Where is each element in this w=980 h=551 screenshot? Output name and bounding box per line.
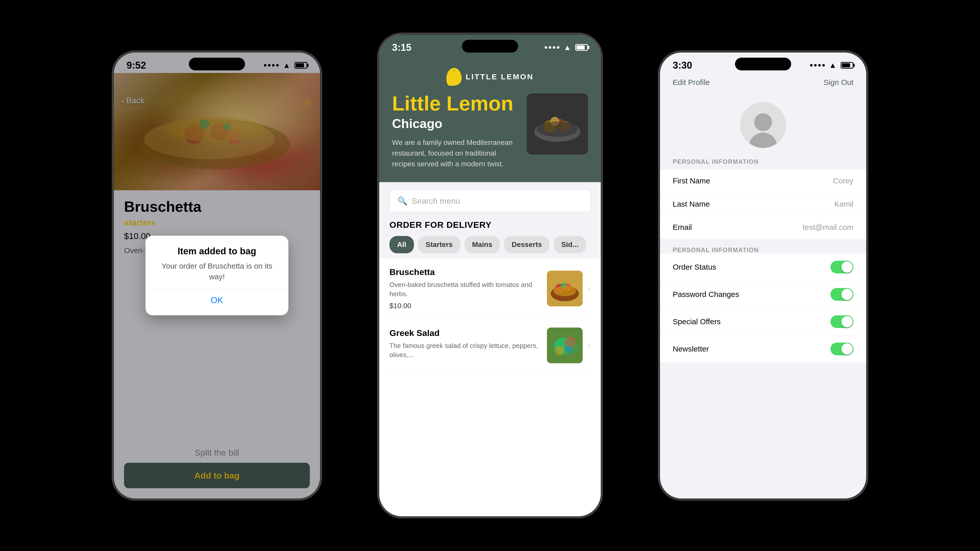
right-status-icons: ▲ <box>810 61 853 70</box>
greek-salad-thumbnail <box>547 327 583 363</box>
right-phone: 3:30 ▲ Edit Profile <box>659 51 868 500</box>
search-box[interactable]: 🔍 Search menu <box>390 190 590 212</box>
menu-item-bruschetta[interactable]: Bruschetta Oven-baked bruschetta stuffed… <box>390 259 590 319</box>
password-changes-row: Password Changes <box>660 281 866 308</box>
hero-image-inner <box>527 94 588 155</box>
logo-area: LITTLE LEMON <box>392 68 588 86</box>
last-name-label: Last Name <box>673 200 710 208</box>
special-offers-toggle[interactable] <box>830 315 853 328</box>
center-battery <box>575 44 588 51</box>
edit-profile-button[interactable]: Edit Profile <box>673 78 710 87</box>
first-name-label: First Name <box>673 176 710 185</box>
bruschetta-price: $10.00 <box>390 302 542 310</box>
c-dot4 <box>557 46 559 49</box>
filter-tab-all[interactable]: All <box>390 236 414 253</box>
dialog-overlay: Item added to bag Your order of Bruschet… <box>114 52 320 499</box>
password-changes-toggle[interactable] <box>830 288 853 301</box>
greek-salad-name: Greek Salad <box>390 328 542 338</box>
avatar-area <box>660 94 866 158</box>
first-name-value: Corey <box>833 176 853 185</box>
newsletter-row: Newsletter <box>660 335 866 363</box>
svg-point-16 <box>537 121 578 137</box>
newsletter-toggle[interactable] <box>830 343 853 355</box>
avatar <box>740 102 786 148</box>
r-dot3 <box>818 64 821 67</box>
newsletter-toggle-knob <box>842 343 853 354</box>
hero-food-illustration <box>527 94 588 155</box>
center-signal-dots <box>545 46 559 49</box>
order-status-toggle-knob <box>842 262 853 273</box>
c-dot1 <box>545 46 547 49</box>
r-dot2 <box>814 64 817 67</box>
center-status-bar: 3:15 ▲ <box>379 35 601 55</box>
r-dot4 <box>822 64 825 67</box>
greek-salad-info: Greek Salad The famous greek salad of cr… <box>390 328 542 363</box>
order-status-toggle[interactable] <box>830 261 853 273</box>
hero-text-area: Little Lemon Chicago We are a family own… <box>392 94 519 169</box>
right-battery <box>841 62 853 68</box>
center-phone-screen: 3:15 ▲ <box>379 35 601 516</box>
order-status-label: Order Status <box>673 263 716 272</box>
dialog-title: Item added to bag <box>158 246 275 257</box>
avatar-inner <box>749 102 777 148</box>
newsletter-label: Newsletter <box>673 345 709 353</box>
right-signal-dots <box>810 64 825 67</box>
greek-salad-desc: The famous greek salad of crispy lettuce… <box>390 341 542 360</box>
avatar-head <box>754 113 772 131</box>
dialog-box: Item added to bag Your order of Bruschet… <box>145 236 288 315</box>
last-name-row: Last Name Kamil <box>660 192 866 216</box>
bruschetta-desc: Oven-baked bruschetta stuffed with tomat… <box>390 280 542 299</box>
dialog-ok-button[interactable]: OK <box>158 295 275 305</box>
restaurant-city: Chicago <box>392 116 519 131</box>
sign-out-button[interactable]: Sign Out <box>824 78 853 87</box>
phones-container: 9:52 ▲ <box>82 21 898 530</box>
password-changes-toggle-knob <box>842 289 853 300</box>
center-status-time: 3:15 <box>392 42 411 53</box>
filter-tab-mains[interactable]: Mains <box>465 236 500 253</box>
center-status-icons: ▲ <box>545 43 588 52</box>
bruschetta-image <box>547 271 583 306</box>
center-wifi-icon: ▲ <box>563 43 571 52</box>
filter-tab-desserts[interactable]: Desserts <box>504 236 549 253</box>
logo-text: LITTLE LEMON <box>466 73 534 81</box>
right-status-time: 3:30 <box>673 60 692 71</box>
hero-food-image <box>527 94 588 155</box>
menu-list: Bruschetta Oven-baked bruschetta stuffed… <box>379 259 601 372</box>
center-dynamic-island <box>462 40 518 52</box>
right-battery-fill <box>842 63 850 67</box>
order-section-title: ORDER FOR DELIVERY <box>390 220 590 230</box>
personal-info-card: First Name Corey Last Name Kamil Email t… <box>660 169 866 239</box>
filter-tab-starters[interactable]: Starters <box>418 236 460 253</box>
notifications-label: PERSONAL INFORMATION <box>660 246 866 254</box>
restaurant-description: We are a family owned Mediterranean rest… <box>392 137 519 169</box>
restaurant-name: Little Lemon <box>392 94 519 114</box>
bruschetta-chevron-icon: › <box>588 284 590 293</box>
bruschetta-info: Bruschetta Oven-baked bruschetta stuffed… <box>390 267 542 310</box>
right-dynamic-island <box>735 58 791 70</box>
left-phone: 9:52 ▲ <box>112 51 321 500</box>
hero-content: Little Lemon Chicago We are a family own… <box>392 94 588 169</box>
hero-section: LITTLE LEMON Little Lemon Chicago We are… <box>379 55 601 182</box>
svg-point-28 <box>552 338 578 356</box>
search-placeholder: Search menu <box>412 197 460 206</box>
bruschetta-thumbnail <box>547 271 583 306</box>
special-offers-toggle-knob <box>842 316 853 327</box>
center-battery-fill <box>576 45 585 49</box>
order-status-row: Order Status <box>660 254 866 281</box>
c-dot2 <box>549 46 551 49</box>
order-section: ORDER FOR DELIVERY All Starters Mains De… <box>379 220 601 259</box>
email-row: Email test@mail.com <box>660 216 866 239</box>
lemon-svg <box>448 69 460 84</box>
lemon-icon <box>446 68 462 86</box>
filter-tab-sides[interactable]: Sid... <box>554 236 586 253</box>
greek-salad-image <box>547 327 583 363</box>
greek-salad-chevron-icon: › <box>588 341 590 350</box>
c-dot3 <box>553 46 555 49</box>
filter-tabs: All Starters Mains Desserts Sid... <box>390 236 590 253</box>
right-phone-screen: 3:30 ▲ Edit Profile <box>660 52 866 499</box>
first-name-row: First Name Corey <box>660 169 866 192</box>
menu-item-greek-salad[interactable]: Greek Salad The famous greek salad of cr… <box>390 319 590 372</box>
left-phone-screen: 9:52 ▲ <box>114 52 320 499</box>
r-dot1 <box>810 64 813 67</box>
bruschetta-name: Bruschetta <box>390 267 542 277</box>
